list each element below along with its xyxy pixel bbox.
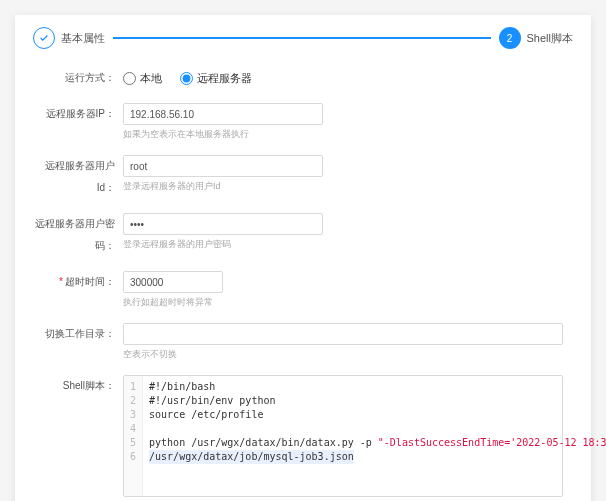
remote-pwd-label: 远程服务器用户密码：: [33, 213, 123, 257]
radio-local[interactable]: 本地: [123, 67, 162, 89]
workdir-label: 切换工作目录：: [33, 323, 123, 345]
shell-script-editor[interactable]: 123456 #!/bin/bash #!/usr/bin/env python…: [123, 375, 563, 497]
run-mode-group: 本地 远程服务器: [123, 67, 573, 89]
remote-user-input[interactable]: [123, 155, 323, 177]
remote-ip-hint: 如果为空表示在本地服务器执行: [123, 128, 573, 141]
step-label: 基本属性: [61, 31, 105, 46]
timeout-hint: 执行如超超时时将异常: [123, 296, 573, 309]
run-mode-label: 运行方式：: [33, 67, 123, 89]
remote-pwd-input[interactable]: [123, 213, 323, 235]
remote-user-label: 远程服务器用户Id：: [33, 155, 123, 199]
step-label: Shell脚本: [527, 31, 573, 46]
timeout-input[interactable]: [123, 271, 223, 293]
remote-pwd-hint: 登录远程服务器的用户密码: [123, 238, 573, 251]
check-icon: [33, 27, 55, 49]
remote-user-hint: 登录远程服务器的用户Id: [123, 180, 573, 193]
step-bar: 基本属性 2 Shell脚本: [33, 27, 573, 49]
step-shell[interactable]: 2 Shell脚本: [499, 27, 573, 49]
timeout-label: *超时时间：: [33, 271, 123, 293]
line-gutter: 123456: [124, 376, 143, 496]
workdir-hint: 空表示不切换: [123, 348, 573, 361]
step-basic[interactable]: 基本属性: [33, 27, 105, 49]
radio-remote[interactable]: 远程服务器: [180, 67, 252, 89]
remote-ip-label: 远程服务器IP：: [33, 103, 123, 125]
form-panel: 基本属性 2 Shell脚本 运行方式： 本地 远程服务器 远程服务器IP： 如…: [15, 15, 591, 501]
step-connector: [113, 37, 491, 39]
remote-ip-input[interactable]: [123, 103, 323, 125]
step-number: 2: [499, 27, 521, 49]
workdir-input[interactable]: [123, 323, 563, 345]
script-label: Shell脚本：: [33, 375, 123, 397]
code-content[interactable]: #!/bin/bash #!/usr/bin/env python source…: [143, 376, 606, 496]
